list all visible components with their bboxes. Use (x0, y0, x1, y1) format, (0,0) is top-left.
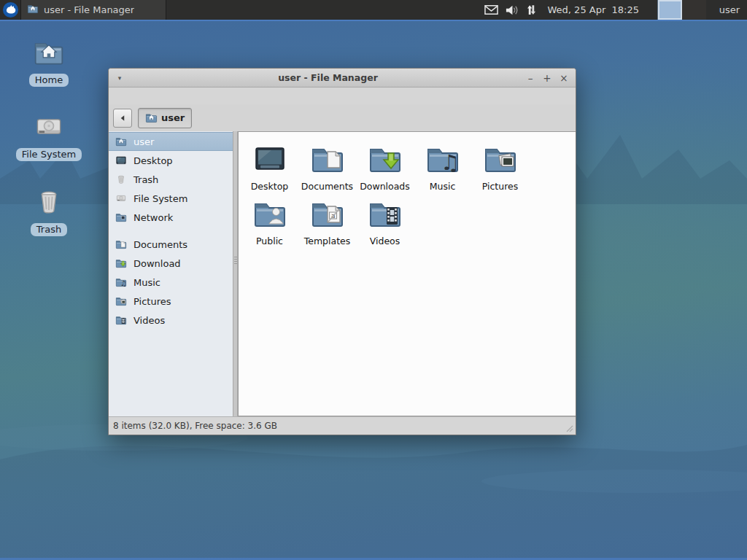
titlebar[interactable]: ▾ user - File Manager – + × (109, 69, 576, 88)
file-icon-documents[interactable]: Documents (299, 141, 356, 192)
taskbar-window-button[interactable]: user - File Manager (20, 0, 166, 20)
back-button[interactable] (113, 109, 132, 128)
home-folder-icon (27, 3, 39, 17)
desktop-icon (115, 155, 127, 166)
window-title: user - File Manager (131, 72, 525, 83)
system-tray (484, 4, 538, 16)
minimize-button[interactable]: – (525, 73, 535, 83)
taskbar-window-title: user - File Manager (44, 4, 134, 15)
path-button-user[interactable]: user (138, 108, 192, 128)
documents-folder-icon (115, 238, 127, 250)
music-folder-icon: ♫ (425, 141, 460, 179)
file-icon-videos[interactable]: Videos (357, 196, 414, 246)
home-folder-icon (33, 36, 65, 71)
pictures-folder-icon (115, 295, 127, 307)
menu-item-file[interactable] (114, 94, 130, 98)
sidebar-item-pictures[interactable]: Pictures (109, 292, 233, 311)
splitter-grip-icon (234, 257, 237, 264)
file-icon-templates[interactable]: a Templates (299, 196, 356, 246)
distributor-logo-icon (2, 1, 19, 18)
sidebar-item-network[interactable]: Network (109, 208, 233, 227)
sidebar-item-trash[interactable]: Trash (109, 170, 233, 189)
home-folder-icon (115, 136, 127, 147)
trash-icon (115, 174, 127, 185)
file-pane[interactable]: Desktop Documents Downloads ♫ Music Pict… (238, 131, 576, 416)
svg-text:♫: ♫ (441, 150, 460, 175)
desktop-icon-file-system[interactable]: File System (9, 111, 89, 161)
documents-folder-icon (310, 141, 345, 179)
volume-icon[interactable] (505, 4, 519, 16)
workspace-switcher (658, 0, 706, 20)
sidebar-item-music[interactable]: ♫ Music (109, 273, 233, 292)
menu-item-view[interactable] (146, 94, 162, 98)
download-folder-icon (115, 257, 127, 269)
mail-icon[interactable] (484, 5, 498, 15)
workspace-2[interactable] (682, 0, 706, 20)
file-icon-downloads[interactable]: Downloads (357, 141, 414, 192)
pictures-folder-icon (483, 141, 518, 179)
resize-grip-icon[interactable] (566, 425, 573, 432)
file-grid: Desktop Documents Downloads ♫ Music Pict… (239, 132, 576, 246)
svg-text:♫: ♫ (120, 279, 127, 287)
maximize-button[interactable]: + (542, 73, 552, 83)
menu-item-edit[interactable] (130, 94, 146, 98)
home-folder-icon (145, 112, 158, 124)
public-folder-icon (252, 196, 287, 234)
menu-item-help[interactable] (178, 94, 194, 98)
sidebar-item-user[interactable]: user (109, 132, 233, 151)
sidebar-item-desktop[interactable]: Desktop (109, 151, 233, 170)
sidebar-item-videos[interactable]: Videos (109, 311, 233, 330)
menu-bar (109, 88, 576, 104)
harddrive-icon (33, 111, 65, 146)
trash-icon (33, 186, 65, 221)
session-user-label[interactable]: user (713, 4, 740, 15)
desktop: user - File Manager Wed, 25 Apr 18:25 us… (0, 0, 747, 560)
back-arrow-icon (118, 114, 127, 122)
status-bar: 8 items (32.0 KB), Free space: 3.6 GB (109, 416, 576, 435)
music-folder-icon: ♫ (115, 276, 127, 288)
download-folder-icon (368, 141, 403, 179)
desktop-icon-trash[interactable]: Trash (9, 186, 89, 236)
sidebar: user Desktop Trash File System Network D… (109, 131, 233, 416)
toolbar: user (109, 104, 576, 131)
sidebar-item-documents[interactable]: Documents (109, 235, 233, 254)
file-icon-pictures[interactable]: Pictures (472, 141, 529, 192)
network-folder-icon (115, 211, 127, 223)
file-icon-public[interactable]: Public (241, 196, 298, 246)
file-manager-window: ▾ user - File Manager – + × user user De… (108, 68, 576, 435)
close-button[interactable]: × (559, 73, 569, 83)
sidebar-item-file-system[interactable]: File System (109, 189, 233, 208)
videos-folder-icon (115, 314, 127, 326)
workspace-1[interactable] (658, 0, 682, 20)
window-menu-button[interactable]: ▾ (109, 74, 131, 82)
videos-folder-icon (368, 196, 403, 234)
status-text: 8 items (32.0 KB), Free space: 3.6 GB (113, 421, 277, 431)
top-panel: user - File Manager Wed, 25 Apr 18:25 us… (0, 0, 747, 20)
templates-folder-icon: a (310, 196, 345, 234)
file-icon-music[interactable]: ♫ Music (414, 141, 471, 192)
sidebar-item-download[interactable]: Download (109, 254, 233, 273)
clock[interactable]: Wed, 25 Apr 18:25 (548, 4, 640, 15)
network-updown-icon[interactable] (525, 4, 538, 16)
path-button-label: user (161, 112, 185, 123)
menu-item-go[interactable] (162, 94, 178, 98)
pane-splitter[interactable] (233, 131, 238, 416)
panel-accent-line (0, 20, 747, 21)
desktop-icon-home[interactable]: Home (9, 36, 89, 87)
harddrive-icon (115, 192, 127, 204)
desktop-icon (252, 141, 287, 179)
file-icon-desktop[interactable]: Desktop (241, 141, 298, 192)
applications-menu-button[interactable] (0, 0, 20, 20)
